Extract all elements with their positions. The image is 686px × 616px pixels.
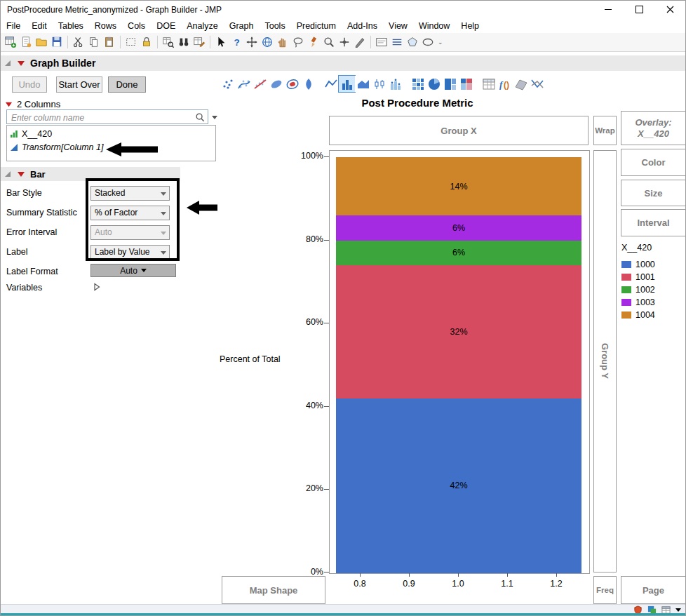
caption-box-icon[interactable]: [374, 34, 389, 50]
menu-tools[interactable]: Tools: [259, 21, 290, 31]
drop-zone-size[interactable]: Size: [621, 180, 686, 206]
palette-box-plot-icon[interactable]: [371, 76, 387, 92]
drop-zone-group-x[interactable]: Group X: [329, 116, 589, 145]
close-button[interactable]: [654, 1, 685, 18]
drop-zone-page[interactable]: Page: [621, 576, 686, 604]
summary-statistic-dropdown[interactable]: % of Factor: [90, 206, 170, 220]
legend-swatch-1001[interactable]: [621, 274, 631, 281]
undo-button[interactable]: Undo: [12, 76, 47, 93]
palette-pie-icon[interactable]: [426, 76, 442, 92]
cut-icon[interactable]: [71, 34, 86, 50]
variables-expander-icon[interactable]: [93, 283, 100, 291]
lasso-tool-icon[interactable]: [290, 34, 306, 50]
copy-icon[interactable]: [86, 34, 102, 50]
palette-points-icon[interactable]: [220, 76, 236, 92]
legend-title[interactable]: X__420: [621, 243, 652, 253]
palette-bar-icon[interactable]: [339, 76, 355, 92]
y-axis-title[interactable]: Percent of Total: [220, 354, 281, 364]
column-search-input[interactable]: [10, 111, 194, 124]
legend-swatch-1000[interactable]: [621, 261, 631, 268]
red-triangle-menu-icon[interactable]: [4, 100, 13, 108]
legend-swatch-1003[interactable]: [621, 299, 631, 306]
red-triangle-menu-icon[interactable]: [16, 59, 26, 67]
palette-surface-icon[interactable]: [513, 76, 529, 92]
menu-doe[interactable]: DOE: [151, 21, 181, 31]
select-rectangle-icon[interactable]: [123, 34, 139, 50]
menu-predictum[interactable]: Predictum: [291, 21, 342, 31]
globe-tool-icon[interactable]: [260, 34, 275, 50]
lock-icon[interactable]: [139, 34, 154, 50]
open-file-icon[interactable]: [34, 34, 49, 50]
cursor-arrow-icon[interactable]: [213, 34, 229, 50]
drop-zone-overlay[interactable]: Overlay: X__420: [621, 111, 686, 145]
magnifier-tool-icon[interactable]: [321, 34, 337, 50]
menu-analyze[interactable]: Analyze: [181, 21, 223, 31]
drop-zone-interval[interactable]: Interval: [621, 209, 686, 236]
binoculars-icon[interactable]: [176, 34, 191, 50]
palette-bar-points-icon[interactable]: [387, 76, 403, 92]
drop-zone-wrap[interactable]: Wrap: [593, 116, 617, 145]
menu-file[interactable]: File: [1, 21, 26, 31]
palette-ellipse-icon[interactable]: [268, 76, 284, 92]
palette-formula-icon[interactable]: f(): [497, 76, 513, 92]
menu-tables[interactable]: Tables: [53, 21, 89, 31]
palette-mosaic-icon[interactable]: [458, 76, 474, 92]
bar-segment-1002[interactable]: 6%: [336, 241, 581, 266]
minimize-button[interactable]: [593, 1, 624, 18]
column-item-x420[interactable]: X__420: [7, 127, 215, 140]
palette-parallel-icon[interactable]: [529, 76, 545, 92]
menu-help[interactable]: Help: [455, 21, 485, 31]
paste-icon[interactable]: [102, 34, 117, 50]
column-item-transform[interactable]: Transform[Column 1]: [7, 140, 215, 154]
polygon-tool-icon[interactable]: [405, 34, 420, 50]
save-file-icon[interactable]: [49, 34, 65, 50]
legend-swatch-1002[interactable]: [621, 286, 631, 293]
palette-line-icon[interactable]: [323, 76, 339, 92]
palette-line-of-fit-icon[interactable]: [252, 76, 268, 92]
palette-treemap-icon[interactable]: [442, 76, 458, 92]
palette-tabulate-icon[interactable]: [480, 76, 497, 92]
menu-rows[interactable]: Rows: [89, 21, 122, 31]
drop-zone-color[interactable]: Color: [621, 149, 686, 176]
plot-area[interactable]: 42% 32% 6% 6% 14%: [329, 150, 590, 574]
oval-tool-icon[interactable]: [420, 34, 436, 50]
maximize-button[interactable]: [624, 1, 654, 18]
bar-segment-1003[interactable]: 6%: [336, 215, 581, 241]
new-data-table-icon[interactable]: [3, 34, 18, 50]
menu-cols[interactable]: Cols: [122, 21, 151, 31]
red-triangle-menu-icon[interactable]: [16, 170, 26, 178]
crosshair-tool-icon[interactable]: [337, 34, 352, 50]
search-options-dropdown[interactable]: [210, 113, 219, 121]
palette-smoother-icon[interactable]: [236, 76, 252, 92]
label-format-button[interactable]: Auto: [90, 264, 176, 277]
new-journal-icon[interactable]: [18, 34, 34, 50]
drop-zone-group-y[interactable]: Group Y: [593, 150, 617, 573]
palette-heatmap-icon[interactable]: [410, 76, 426, 92]
bar-style-dropdown[interactable]: Stacked: [90, 186, 170, 201]
menu-edit[interactable]: Edit: [26, 21, 53, 31]
bar-segment-1000[interactable]: 42%: [336, 399, 581, 573]
start-over-button[interactable]: Start Over: [56, 76, 102, 93]
table-edit-icon[interactable]: [191, 34, 207, 50]
palette-contour-icon[interactable]: [284, 76, 300, 92]
error-interval-dropdown[interactable]: Auto: [90, 225, 170, 240]
menu-view[interactable]: View: [383, 21, 413, 31]
palette-area-icon[interactable]: [355, 76, 371, 92]
menu-graph[interactable]: Graph: [224, 21, 260, 31]
status-dropdown-caret[interactable]: [675, 608, 681, 612]
drop-zone-map-shape[interactable]: Map Shape: [222, 576, 325, 604]
pen-tool-icon[interactable]: [352, 34, 368, 50]
bar-segment-1001[interactable]: 32%: [336, 265, 581, 399]
graph-title[interactable]: Post Procedure Metric: [277, 97, 558, 109]
menu-add-ins[interactable]: Add-Ins: [342, 21, 383, 31]
move-tool-icon[interactable]: [244, 34, 260, 50]
bar-segment-1004[interactable]: 14%: [336, 157, 581, 215]
collapse-triangle-icon[interactable]: [4, 170, 12, 178]
legend-swatch-1004[interactable]: [621, 312, 631, 319]
palette-violin-icon[interactable]: [300, 76, 316, 92]
toolbar-overflow-chevron[interactable]: ⌄: [438, 39, 443, 46]
line-tool-icon[interactable]: [389, 34, 405, 50]
help-icon[interactable]: ?: [229, 34, 244, 50]
hand-tool-icon[interactable]: [275, 34, 290, 50]
collapse-triangle-icon[interactable]: [4, 59, 12, 67]
